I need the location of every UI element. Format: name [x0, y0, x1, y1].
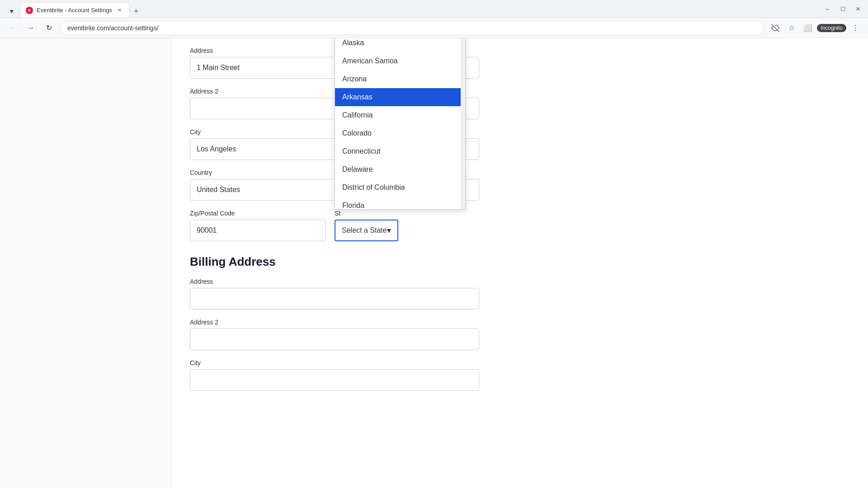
state-option-AS[interactable]: American Samoa — [335, 52, 461, 70]
address-field-group: Address — [190, 47, 850, 79]
new-tab-button[interactable]: + — [130, 5, 142, 18]
state-option-CO[interactable]: Colorado — [335, 124, 461, 142]
browser-toolbar: ← → ↻ eventbrite.com/account-settings/ ☆… — [0, 18, 868, 38]
refresh-button[interactable]: ↻ — [42, 21, 56, 35]
state-field-group: St Select a StateAlabamaAlaskaAmerican S… — [335, 210, 398, 241]
bookmark-icon[interactable]: ☆ — [784, 21, 799, 35]
billing-address-input[interactable] — [190, 288, 479, 310]
billing-city-field-group: City — [190, 359, 850, 391]
country-field-group: Country — [190, 169, 850, 201]
billing-address-section: Billing Address Address Address 2 City — [190, 255, 850, 391]
state-option-DE[interactable]: Delaware — [335, 160, 461, 178]
address-label: Address — [190, 47, 850, 54]
menu-icon[interactable]: ⋮ — [848, 21, 863, 35]
billing-address-field-group: Address — [190, 278, 850, 310]
zip-label: Zip/Postal Code — [190, 210, 326, 217]
browser-window: ▼ e Eventbrite - Account Settings ✕ + ─ … — [0, 0, 868, 488]
browser-titlebar: ▼ e Eventbrite - Account Settings ✕ + ─ … — [0, 0, 868, 18]
billing-address-label: Address — [190, 278, 850, 285]
state-dropdown[interactable]: Select a StateAlabamaAlaskaAmerican Samo… — [335, 38, 466, 210]
minimize-button[interactable]: ─ — [821, 3, 834, 15]
billing-address2-field-group: Address 2 — [190, 319, 850, 350]
state-option-AK[interactable]: Alaska — [335, 38, 461, 52]
tab-title: Eventbrite - Account Settings — [37, 7, 112, 14]
billing-section-title: Billing Address — [190, 255, 850, 269]
state-option-CA[interactable]: California — [335, 106, 461, 124]
zip-field-group: Zip/Postal Code — [190, 210, 326, 241]
back-button[interactable]: ← — [5, 21, 20, 35]
window-controls: ─ ☐ ✕ — [821, 3, 864, 15]
zip-state-group: Zip/Postal Code St — [190, 210, 850, 241]
state-option-DC[interactable]: District of Columbia — [335, 178, 461, 197]
state-option-FL[interactable]: Florida — [335, 197, 461, 210]
country-label: Country — [190, 169, 850, 176]
left-sidebar — [0, 38, 172, 488]
maximize-button[interactable]: ☐ — [836, 3, 849, 15]
close-button[interactable]: ✕ — [852, 3, 864, 15]
state-option-AR[interactable]: Arkansas — [335, 88, 461, 106]
forward-button[interactable]: → — [24, 21, 38, 35]
url-text: eventbrite.com/account-settings/ — [67, 24, 159, 32]
state-select-button[interactable]: Select a State ▾ — [335, 220, 398, 241]
tab-close-button[interactable]: ✕ — [116, 6, 124, 14]
zip-state-row: Zip/Postal Code St — [190, 210, 850, 241]
city-label: City — [190, 128, 850, 136]
city-field-group: City — [190, 128, 850, 160]
billing-city-label: City — [190, 359, 850, 366]
eye-slash-icon[interactable] — [768, 21, 783, 35]
state-option-AZ[interactable]: Arizona — [335, 70, 461, 88]
main-form-area: Address Address 2 City Country — [172, 38, 868, 488]
state-option-CT[interactable]: Connecticut — [335, 142, 461, 160]
scrollbar-track — [461, 38, 465, 209]
profile-switcher[interactable]: ▼ — [5, 5, 18, 18]
billing-city-input[interactable] — [190, 369, 479, 391]
active-tab[interactable]: e Eventbrite - Account Settings ✕ — [20, 2, 130, 18]
page-content: Address Address 2 City Country — [0, 38, 868, 488]
state-label: St — [335, 210, 398, 217]
zip-input[interactable] — [190, 220, 326, 241]
address-bar[interactable]: eventbrite.com/account-settings/ — [60, 21, 764, 35]
toolbar-actions: ☆ ⬜ Incognito ⋮ — [768, 21, 863, 35]
incognito-badge: Incognito — [817, 24, 846, 32]
extension-icon[interactable]: ⬜ — [801, 21, 815, 35]
billing-address2-label: Address 2 — [190, 319, 850, 326]
billing-address2-input[interactable] — [190, 328, 479, 350]
address2-label: Address 2 — [190, 88, 850, 95]
state-select-label: Select a State — [342, 226, 387, 235]
address2-field-group: Address 2 — [190, 88, 850, 119]
chevron-down-icon: ▾ — [387, 225, 391, 235]
tab-bar: ▼ e Eventbrite - Account Settings ✕ + — [4, 0, 142, 18]
eventbrite-favicon: e — [26, 7, 33, 14]
